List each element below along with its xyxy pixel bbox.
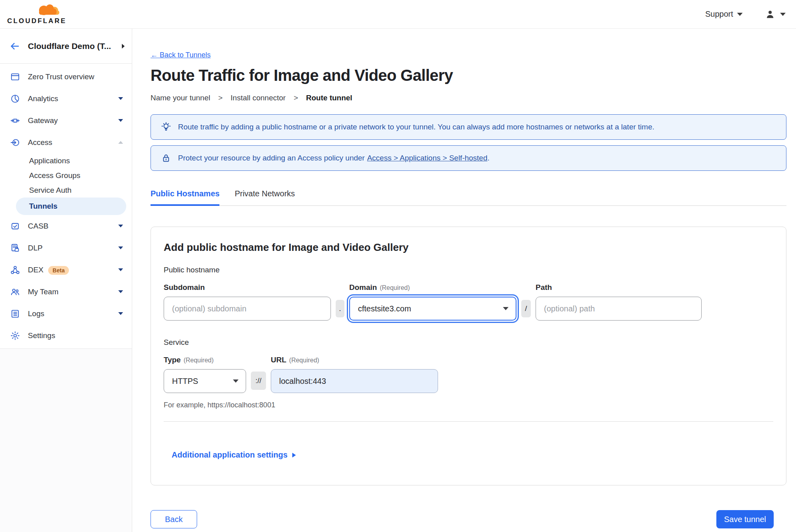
sidebar-item-my-team[interactable]: My Team bbox=[0, 281, 132, 303]
service-url-input[interactable] bbox=[271, 369, 438, 393]
chevron-down-icon bbox=[118, 246, 123, 249]
user-icon bbox=[765, 9, 775, 20]
hostname-field-row: Subdomain . Domain(Required) cftestsite3… bbox=[164, 283, 773, 321]
footer-actions: Back Save tunnel bbox=[151, 510, 774, 528]
page-title: Route Traffic for Image and Video Galler… bbox=[151, 66, 786, 85]
public-hostname-section-label: Public hostname bbox=[164, 266, 773, 274]
domain-selected-value: cftestsite3.com bbox=[358, 304, 411, 313]
path-label: Path bbox=[536, 283, 702, 292]
path-input[interactable] bbox=[536, 297, 702, 321]
main-content: ← Back to Tunnels Route Traffic for Imag… bbox=[132, 29, 796, 532]
account-name: Cloudflare Demo (T... bbox=[28, 41, 114, 51]
sidebar-item-casb[interactable]: CASB bbox=[0, 215, 132, 237]
type-selected-value: HTTPS bbox=[172, 377, 198, 386]
domain-group: Domain(Required) cftestsite3.com bbox=[349, 283, 516, 321]
back-to-tunnels-link[interactable]: ← Back to Tunnels bbox=[151, 51, 211, 59]
slash-separator: / bbox=[521, 300, 531, 317]
sidebar-item-applications[interactable]: Applications bbox=[0, 153, 132, 168]
subdomain-label: Subdomain bbox=[164, 283, 331, 292]
card-divider bbox=[164, 421, 773, 422]
cloudflare-zero-trust-dashboard: CLOUDFLARE Support Cloudflare Demo (T... bbox=[0, 0, 796, 532]
type-label: Type bbox=[164, 356, 181, 364]
chevron-down-icon bbox=[780, 13, 786, 16]
support-menu[interactable]: Support bbox=[705, 10, 743, 19]
scheme-separator: :// bbox=[251, 372, 266, 390]
chevron-up-icon bbox=[118, 141, 123, 144]
sidebar: Cloudflare Demo (T... Zero Trust overvie… bbox=[0, 29, 132, 532]
sidebar-item-zero-trust-overview[interactable]: Zero Trust overview bbox=[0, 66, 132, 88]
back-button[interactable]: Back bbox=[151, 510, 197, 528]
access-icon bbox=[10, 137, 20, 148]
sidebar-item-service-auth[interactable]: Service Auth bbox=[0, 183, 132, 198]
service-type-select[interactable]: HTTPS bbox=[164, 369, 246, 393]
subdomain-group: Subdomain bbox=[164, 283, 331, 321]
sidebar-item-tunnels[interactable]: Tunnels bbox=[16, 198, 126, 215]
tab-private-networks[interactable]: Private Networks bbox=[235, 189, 295, 205]
support-label: Support bbox=[705, 10, 733, 19]
logs-icon bbox=[10, 309, 20, 319]
step-name-your-tunnel[interactable]: Name your tunnel bbox=[151, 94, 210, 102]
sidebar-item-access[interactable]: Access bbox=[0, 131, 132, 153]
analytics-icon bbox=[10, 94, 20, 104]
access-applications-link[interactable]: Access > Applications > Self-hosted bbox=[367, 154, 487, 162]
sidebar-nav: Zero Trust overview Analytics Gateway bbox=[0, 64, 132, 346]
public-hostname-card: Add public hostname for Image and Video … bbox=[151, 227, 786, 485]
cloudflare-wordmark: CLOUDFLARE bbox=[7, 17, 66, 25]
overview-icon bbox=[10, 72, 20, 82]
banner-text: Protect your resource by adding an Acces… bbox=[178, 154, 489, 162]
sidebar-header: Cloudflare Demo (T... bbox=[0, 29, 132, 64]
required-hint: (Required) bbox=[380, 284, 410, 291]
url-example-hint: For example, https://localhost:8001 bbox=[164, 401, 773, 409]
service-section-label: Service bbox=[164, 338, 773, 347]
sidebar-item-analytics[interactable]: Analytics bbox=[0, 88, 132, 110]
sidebar-item-access-groups[interactable]: Access Groups bbox=[0, 168, 132, 183]
service-field-row: Type(Required) HTTPS :// URL(Required) bbox=[164, 356, 773, 393]
cloudflare-logo[interactable]: CLOUDFLARE bbox=[7, 4, 66, 25]
path-group: Path bbox=[536, 283, 702, 321]
chevron-down-icon bbox=[737, 13, 743, 16]
step-install-connector[interactable]: Install connector bbox=[231, 94, 286, 102]
type-group: Type(Required) HTTPS bbox=[164, 356, 246, 393]
chevron-down-icon bbox=[118, 97, 123, 100]
save-tunnel-button[interactable]: Save tunnel bbox=[716, 510, 774, 528]
domain-label: Domain bbox=[349, 283, 377, 291]
chevron-down-icon bbox=[118, 290, 123, 293]
banner-text: Route traffic by adding a public hostnam… bbox=[178, 123, 654, 131]
topbar: CLOUDFLARE Support bbox=[0, 0, 796, 29]
dot-separator: . bbox=[336, 300, 344, 317]
lock-icon bbox=[160, 153, 172, 164]
additional-application-settings-link[interactable]: Additional application settings bbox=[172, 450, 296, 460]
user-menu[interactable] bbox=[765, 9, 786, 20]
required-hint: (Required) bbox=[289, 357, 319, 364]
chevron-down-icon bbox=[118, 119, 123, 122]
url-group: URL(Required) bbox=[271, 356, 438, 393]
chevron-right-icon bbox=[292, 453, 296, 458]
sidebar-item-settings[interactable]: Settings bbox=[0, 325, 132, 346]
chevron-down-icon bbox=[233, 379, 239, 383]
sidebar-item-logs[interactable]: Logs bbox=[0, 303, 132, 325]
subdomain-input[interactable] bbox=[164, 297, 331, 321]
team-icon bbox=[10, 287, 20, 297]
step-separator: > bbox=[293, 94, 298, 102]
cloudflare-cloud-icon bbox=[33, 4, 62, 18]
step-separator: > bbox=[218, 94, 223, 102]
sidebar-item-gateway[interactable]: Gateway bbox=[0, 110, 132, 131]
settings-icon bbox=[10, 331, 20, 341]
back-arrow-icon[interactable] bbox=[10, 41, 20, 51]
tab-public-hostnames[interactable]: Public Hostnames bbox=[151, 189, 219, 206]
domain-select[interactable]: cftestsite3.com bbox=[349, 297, 516, 321]
sidebar-item-dlp[interactable]: DLP bbox=[0, 237, 132, 259]
dex-icon bbox=[10, 265, 20, 275]
sidebar-footer bbox=[0, 348, 132, 532]
expand-right-icon[interactable] bbox=[122, 44, 125, 49]
chevron-down-icon bbox=[118, 225, 123, 227]
sidebar-item-dex[interactable]: DEXBeta bbox=[0, 259, 132, 281]
tab-bar: Public Hostnames Private Networks bbox=[151, 189, 786, 206]
step-route-tunnel: Route tunnel bbox=[306, 94, 352, 102]
card-title: Add public hostname for Image and Video … bbox=[164, 241, 773, 254]
info-banner-route-traffic: Route traffic by adding a public hostnam… bbox=[151, 114, 786, 140]
required-hint: (Required) bbox=[184, 357, 214, 364]
chevron-down-icon bbox=[503, 307, 509, 310]
info-banner-access-policy: Protect your resource by adding an Acces… bbox=[151, 145, 786, 171]
url-label: URL bbox=[271, 356, 286, 364]
